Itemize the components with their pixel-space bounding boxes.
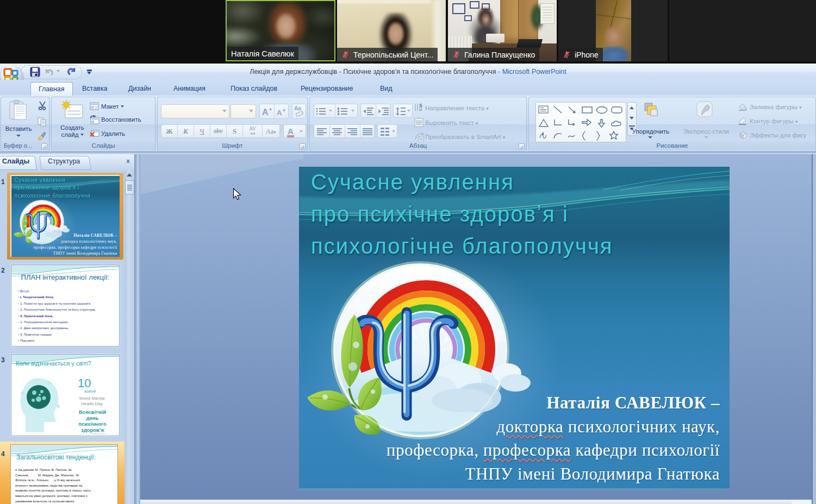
svg-text:A: A (420, 103, 423, 108)
